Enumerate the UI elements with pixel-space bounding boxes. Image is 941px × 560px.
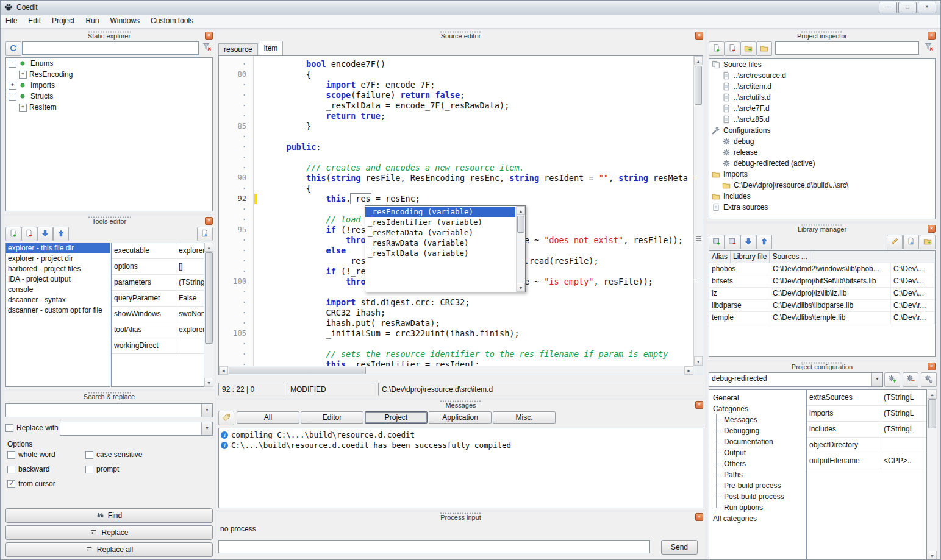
column-header[interactable]: Sources ... xyxy=(770,251,810,263)
editor-tab[interactable]: resource xyxy=(218,43,258,55)
property-value[interactable]: swoNon xyxy=(176,307,204,322)
close-panel-icon[interactable]: × xyxy=(695,513,703,521)
menu-item[interactable]: Windows xyxy=(104,15,145,27)
add-folder-button[interactable] xyxy=(740,41,756,56)
code-line[interactable]: · // sets the resource identifier to the… xyxy=(219,349,693,360)
property-row[interactable]: queryParamet False xyxy=(112,291,204,307)
scroll-left-icon[interactable]: ◄ xyxy=(219,366,228,375)
tree-item[interactable]: ..\src\item.d xyxy=(709,81,935,92)
tool-list-item[interactable]: IDA - project output xyxy=(6,274,110,285)
table-row[interactable]: phobos C:\Dev\dmd2\windows\lib\phob... C… xyxy=(709,263,935,275)
chevron-down-icon[interactable]: ▼ xyxy=(201,422,212,435)
category-item[interactable]: Messages xyxy=(709,414,806,425)
panel-header[interactable]: Project inspector × xyxy=(707,30,937,40)
panel-header[interactable]: Source editor × xyxy=(216,30,705,40)
close-panel-icon[interactable]: × xyxy=(928,225,936,233)
move-tool-down-button[interactable] xyxy=(37,227,53,241)
checkbox[interactable] xyxy=(7,451,15,459)
scroll-up-icon[interactable]: ▲ xyxy=(517,206,525,215)
remove-library-button[interactable] xyxy=(725,235,740,249)
code-line[interactable]: 80 { xyxy=(219,69,693,80)
property-value[interactable] xyxy=(881,438,926,453)
messages-list[interactable]: compiling C:\...\build\resource.d.coedit… xyxy=(218,428,703,508)
menu-item[interactable]: Project xyxy=(46,15,80,27)
tool-properties-grid[interactable]: executable explorer options [] parameter… xyxy=(111,243,204,387)
panel-header[interactable]: Project configuration × xyxy=(707,361,937,370)
search-option[interactable]: from cursor xyxy=(7,479,85,489)
property-value[interactable]: explorer xyxy=(176,243,204,258)
refresh-button[interactable] xyxy=(5,41,21,56)
property-value[interactable]: (TStringL xyxy=(881,390,926,405)
move-library-down-button[interactable] xyxy=(740,235,756,249)
category-item[interactable]: Debugging xyxy=(709,425,806,436)
tree-item[interactable]: - Structs xyxy=(6,91,212,102)
tool-list-item[interactable]: harbored - project files xyxy=(6,264,110,274)
scroll-down-icon[interactable]: ▼ xyxy=(204,378,213,387)
property-row[interactable]: objectDirectory xyxy=(807,438,926,453)
search-option[interactable]: whole word xyxy=(7,450,85,459)
code-line[interactable]: · xyxy=(219,339,693,349)
tools-list[interactable]: explorer - this file direxplorer - proje… xyxy=(5,243,110,387)
tool-list-item[interactable]: dscanner - custom opt for file xyxy=(6,305,110,316)
category-item[interactable]: General xyxy=(709,392,806,403)
code-line[interactable]: · { xyxy=(219,183,693,194)
project-tree[interactable]: Source files ..\src\resource.d ..\src\it… xyxy=(709,58,936,219)
add-source-button[interactable] xyxy=(709,41,725,56)
close-panel-icon[interactable]: × xyxy=(205,217,213,225)
property-value[interactable]: False xyxy=(176,291,204,306)
tree-item[interactable]: Imports xyxy=(709,169,935,180)
edit-library-button[interactable] xyxy=(887,235,903,249)
scroll-thumb[interactable] xyxy=(695,66,702,105)
search-option[interactable]: backward xyxy=(7,464,85,474)
process-input-field[interactable] xyxy=(218,540,650,553)
category-item[interactable]: Output xyxy=(709,447,806,458)
tree-item[interactable]: + Imports xyxy=(6,80,212,91)
editor-tab[interactable]: item xyxy=(259,41,284,55)
checkbox[interactable] xyxy=(7,480,15,488)
library-from-folder-button[interactable] xyxy=(920,235,936,249)
code-line[interactable]: · ihash.put(_resRawData); xyxy=(219,318,693,328)
tree-item[interactable]: Extra sources xyxy=(709,202,935,213)
project-folder-button[interactable] xyxy=(756,41,772,56)
message-filter-button[interactable]: Project xyxy=(365,411,428,424)
close-panel-icon[interactable]: × xyxy=(695,32,703,40)
tree-item[interactable]: Source files xyxy=(709,59,935,70)
panel-header[interactable]: Tools editor × xyxy=(4,216,215,225)
expander-icon[interactable]: + xyxy=(19,104,27,112)
menu-item[interactable]: Edit xyxy=(23,15,46,27)
symbol-tree[interactable]: - Enums + ResEncoding + Imports - Struct… xyxy=(5,57,213,211)
scroll-down-icon[interactable]: ▼ xyxy=(928,551,937,560)
tree-item[interactable]: + ResItem xyxy=(6,102,212,113)
category-item[interactable]: Categories xyxy=(709,403,806,414)
title-bar[interactable]: Coedit — □ × xyxy=(0,0,941,15)
property-value[interactable]: (TStringL xyxy=(176,275,204,290)
tool-list-item[interactable]: explorer - project dir xyxy=(6,253,110,264)
message-row[interactable]: C:\...\build\resource.d.coedit has been … xyxy=(219,440,703,450)
table-row[interactable]: bitsets C:\Dev\dproj\bitSet\lib\bitsets.… xyxy=(709,275,935,288)
property-row[interactable]: showWindows swoNon xyxy=(112,307,204,322)
property-value[interactable] xyxy=(176,338,204,353)
scroll-thumb[interactable] xyxy=(517,216,524,233)
scroll-up-icon[interactable]: ▲ xyxy=(204,243,213,252)
remove-source-button[interactable] xyxy=(725,41,740,56)
maximize-button[interactable]: □ xyxy=(898,2,917,13)
scroll-down-icon[interactable]: ▼ xyxy=(694,356,703,366)
execute-tool-button[interactable] xyxy=(197,227,213,241)
tool-list-item[interactable]: explorer - this file dir xyxy=(6,243,110,253)
configuration-selector[interactable]: debug-redirected ▼ xyxy=(709,372,883,387)
tree-item[interactable]: ..\src\utils.d xyxy=(709,92,935,103)
code-line[interactable]: · xyxy=(219,152,693,163)
panel-header[interactable]: Messages × xyxy=(216,400,705,409)
completion-item[interactable]: _resEncoding (variable) xyxy=(365,207,515,217)
code-line[interactable]: · xyxy=(219,132,693,142)
close-panel-icon[interactable]: × xyxy=(928,32,936,40)
property-row[interactable]: includes (TStringL xyxy=(807,422,926,438)
close-button[interactable]: × xyxy=(918,2,936,13)
panel-header[interactable]: Static explorer × xyxy=(4,30,215,40)
completion-item[interactable]: _resTxtData (variable) xyxy=(365,248,515,258)
completion-scrollbar[interactable]: ▲ ▼ xyxy=(516,206,525,292)
code-line[interactable]: 92 this._res = resEnc; xyxy=(219,194,693,204)
category-item[interactable]: Documentation xyxy=(709,436,806,447)
scroll-up-icon[interactable]: ▲ xyxy=(928,389,937,399)
close-panel-icon[interactable]: × xyxy=(928,363,936,370)
